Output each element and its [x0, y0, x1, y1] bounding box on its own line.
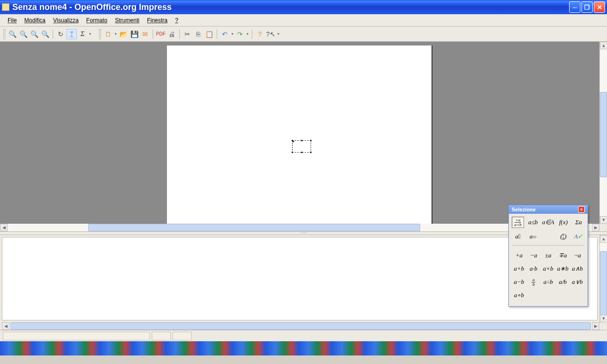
scroll-left-icon[interactable]: ◀ [2, 322, 9, 330]
formula-object-placeholder[interactable] [292, 140, 311, 153]
op-a-or-b[interactable]: a∨b [570, 277, 585, 287]
op-a-circ-b[interactable]: a∘b [512, 290, 526, 300]
category-others[interactable]: a▭ [527, 231, 539, 242]
zoom-out-icon[interactable]: 🔍 [18, 29, 28, 39]
scroll-track[interactable] [8, 224, 592, 231]
op-not-a[interactable]: ¬a [570, 250, 585, 261]
sigma-icon[interactable]: Σ [77, 29, 88, 39]
op-a-star-b[interactable]: a∗b [555, 264, 570, 274]
scroll-down-icon[interactable]: ▼ [600, 216, 607, 224]
redo-icon[interactable]: ↷ [235, 29, 245, 39]
op-minus-a[interactable]: −a [526, 250, 541, 261]
taskbar-content [0, 341, 607, 355]
cut-icon[interactable]: ✂ [182, 29, 193, 39]
new-doc-icon[interactable]: 🗋 [103, 29, 113, 39]
formula-cursor-icon[interactable]: ⌶ [66, 29, 77, 39]
scroll-thumb[interactable] [88, 224, 420, 231]
close-button[interactable]: ✕ [594, 1, 605, 13]
op-a-and-b[interactable]: a∧b [570, 264, 585, 274]
scroll-thumb[interactable] [600, 251, 607, 318]
windows-taskbar[interactable] [0, 341, 607, 355]
category-unary-binary[interactable]: +aa+b [512, 217, 524, 228]
op-minusplus-a[interactable]: ∓a [555, 250, 570, 261]
op-a-plus-b[interactable]: a+b [512, 264, 526, 274]
vertical-scrollbar[interactable]: ▲ ▼ [599, 235, 607, 322]
toolbar-grip[interactable] [99, 29, 101, 39]
menu-formato[interactable]: Formato [83, 16, 111, 25]
selezione-titlebar[interactable]: Selezione × [509, 205, 588, 214]
mail-icon[interactable]: ✉ [140, 29, 150, 39]
refresh-icon[interactable]: ↻ [55, 29, 66, 39]
new-dropdown[interactable]: ▾ [114, 29, 118, 39]
scroll-right-icon[interactable]: ▶ [592, 224, 599, 231]
redo-dropdown[interactable]: ▾ [246, 29, 249, 39]
copy-icon[interactable]: ⎘ [193, 29, 203, 39]
vertical-scrollbar[interactable]: ▲ ▼ [599, 42, 607, 224]
menu-file[interactable]: File [4, 16, 20, 25]
op-a-slash-b[interactable]: a/b [555, 277, 570, 287]
scroll-down-icon[interactable]: ▼ [600, 315, 607, 322]
close-icon[interactable]: × [578, 206, 585, 213]
op-a-over-b[interactable]: ab [526, 277, 541, 287]
scroll-track[interactable] [9, 322, 592, 330]
toolbar-overflow[interactable]: ▾ [88, 29, 92, 39]
whatsthis-icon[interactable]: ?↖ [266, 29, 276, 39]
selezione-panel: Selezione × +aa+b a≤b a∈A f(x) Σa a⃗ a▭ … [508, 205, 588, 307]
save-icon[interactable]: 💾 [129, 29, 139, 39]
op-a-div-b[interactable]: a÷b [541, 277, 556, 287]
separator [512, 245, 585, 246]
category-functions[interactable]: f(x) [557, 217, 570, 228]
minimize-button[interactable]: ─ [569, 1, 580, 13]
zoom-in-icon[interactable]: 🔍 [7, 29, 18, 39]
scroll-track[interactable] [600, 49, 607, 216]
scroll-up-icon[interactable]: ▲ [600, 42, 607, 49]
separator [252, 29, 252, 39]
category-empty [542, 231, 554, 242]
pdf-icon[interactable]: PDF [156, 29, 166, 39]
scroll-left-icon[interactable]: ◀ [0, 224, 8, 231]
selezione-title: Selezione [512, 207, 578, 212]
menu-help[interactable]: ? [171, 16, 182, 25]
print-icon[interactable]: 🖨 [166, 29, 177, 39]
scroll-right-icon[interactable]: ▶ [592, 322, 599, 330]
undo-dropdown[interactable]: ▾ [230, 29, 234, 39]
help-icon[interactable]: ? [255, 29, 265, 39]
horizontal-scrollbar[interactable]: ◀ ▶ [2, 322, 599, 330]
category-formats[interactable]: A✓ [572, 231, 585, 242]
category-set-operations[interactable]: a∈A [542, 217, 554, 228]
separator [179, 29, 180, 39]
category-brackets[interactable]: (ab) [557, 231, 570, 242]
window-titlebar: Senza nome4 - OpenOffice.org Impress ─ ❐… [0, 0, 607, 14]
toolbar: 🔍 🔍 🔍 🔍 ↻ ⌶ Σ ▾ 🗋 ▾ 📂 💾 ✉ PDF 🖨 ✂ ⎘ 📋 ↶ … [0, 27, 607, 42]
menu-strumenti[interactable]: Strumenti [111, 16, 143, 25]
scroll-track[interactable] [600, 243, 607, 315]
toolbar-overflow[interactable]: ▾ [276, 29, 280, 39]
op-empty [526, 290, 541, 300]
paste-icon[interactable]: 📋 [204, 29, 214, 39]
status-cell [173, 332, 192, 340]
scroll-thumb[interactable] [10, 322, 591, 330]
menu-finestra[interactable]: Finestra [143, 16, 171, 25]
op-a-times-b[interactable]: a×b [541, 264, 556, 274]
canvas-area[interactable] [0, 42, 599, 224]
zoom-page-icon[interactable]: 🔍 [40, 29, 50, 39]
category-attributes[interactable]: a⃗ [512, 231, 524, 242]
undo-icon[interactable]: ↶ [220, 29, 230, 39]
toolbar-grip[interactable] [3, 29, 5, 39]
menu-modifica[interactable]: Modifica [20, 16, 49, 25]
category-operators[interactable]: Σa [572, 217, 585, 228]
zoom-100-icon[interactable]: 🔍 [29, 29, 39, 39]
slide[interactable] [167, 46, 432, 224]
op-plusminus-a[interactable]: ±a [541, 250, 556, 261]
category-relations[interactable]: a≤b [527, 217, 539, 228]
op-a-minus-b[interactable]: a−b [512, 277, 526, 287]
maximize-button[interactable]: ❐ [581, 1, 593, 13]
separator [217, 29, 217, 39]
op-plus-a[interactable]: +a [512, 250, 526, 261]
op-a-cdot-b[interactable]: a·b [526, 264, 541, 274]
status-cell [3, 332, 150, 340]
scroll-up-icon[interactable]: ▲ [600, 235, 607, 243]
menu-visualizza[interactable]: Visualizza [49, 16, 83, 25]
open-icon[interactable]: 📂 [118, 29, 129, 39]
scroll-thumb[interactable] [600, 92, 607, 177]
